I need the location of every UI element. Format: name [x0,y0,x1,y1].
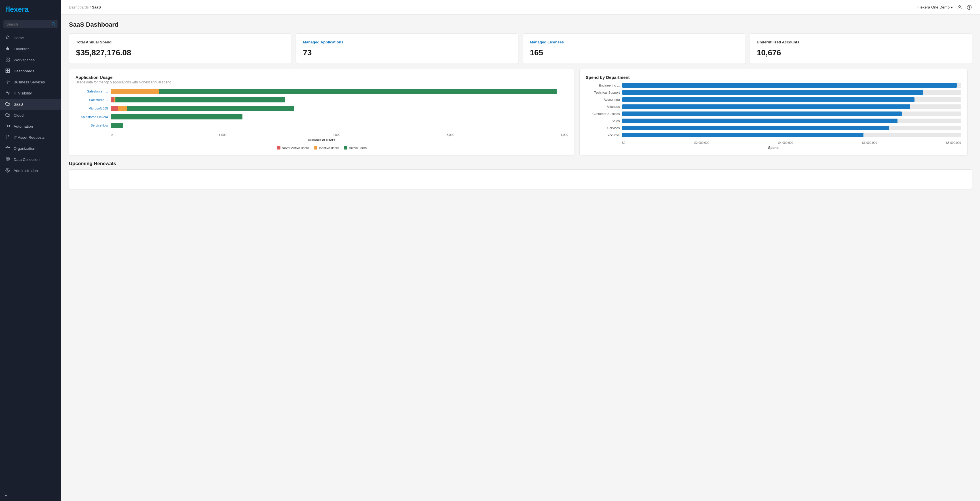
breadcrumb-parent[interactable]: Dashboards [69,5,89,10]
sidebar-item-saas[interactable]: SaaS [0,99,61,110]
sidebar-item-favorites[interactable]: Favorites [0,43,61,54]
stat-card-value-managed-applications: 73 [303,48,511,57]
sidebar-item-label: Administration [14,169,56,173]
legend-label: Active users [349,146,367,150]
dept-bar-label: Alliances [586,105,620,108]
dept-bar-row: Alliances [586,104,961,109]
app-bar-label[interactable]: Salesforce Flexera [75,115,108,118]
search-input[interactable] [3,20,57,29]
dept-bar-label: Services [586,126,620,130]
account-dropdown-icon: ▾ [951,5,953,10]
dept-bar-track [622,126,961,130]
app-bar-row: Salesforce Flexera [75,114,568,120]
account-name: Flexera One Demo [917,5,950,10]
active-bar [111,123,123,128]
dept-bar-label: Engineering ... [586,84,620,87]
app-bar-chart: Salesforce - ... Salesforce ... Microsof… [75,89,568,131]
svg-rect-3 [6,58,7,59]
x-axis-tick: 2,000 [332,133,340,136]
favorites-icon [5,46,10,52]
app-usage-chart: Application Usage Usage data for the top… [69,69,575,156]
user-icon-button[interactable] [957,5,963,10]
dept-bar-fill [622,97,915,102]
sidebar-item-business-services[interactable]: Business Services [0,77,61,88]
renewals-card [69,169,972,189]
svg-rect-10 [8,71,10,73]
sidebar-item-label: Cloud [14,113,56,118]
x-axis-tick: 4,000 [560,133,568,136]
dept-x-tick: $8,000,000 [946,141,961,144]
legend-dot [277,146,280,150]
inactive-bar [118,106,127,111]
app-bar-label[interactable]: Salesforce - ... [75,89,108,93]
app-bar-label[interactable]: Microsoft 365 [75,107,108,110]
dept-bar-fill [622,112,902,116]
sidebar-item-label: Dashboards [14,69,56,73]
x-axis-tick: 3,000 [446,133,454,136]
sidebar-item-automation[interactable]: Automation [0,121,61,132]
svg-rect-8 [8,69,10,70]
dept-bar-track [622,90,961,95]
svg-line-1 [54,25,55,26]
svg-rect-7 [6,69,7,70]
x-axis-tick: 0 [111,133,113,136]
account-menu[interactable]: Flexera One Demo ▾ [917,5,953,10]
stat-card-title-managed-applications[interactable]: Managed Applications [303,40,511,44]
help-icon-button[interactable] [966,5,972,10]
header-actions: Flexera One Demo ▾ [917,5,972,10]
dept-bar-row: Executive [586,133,961,137]
dept-bar-track [622,104,961,109]
sidebar-item-workspaces[interactable]: Workspaces [0,54,61,65]
legend-item: Never Active users [277,146,309,150]
never-active-bar [111,97,114,102]
dept-chart-title: Spend by Department [586,75,961,80]
sidebar-item-label: Favorites [14,47,56,51]
workspaces-icon [5,57,10,63]
dept-bar-row: Engineering ... [586,83,961,88]
svg-rect-5 [6,60,7,61]
dashboards-icon [5,69,10,74]
stat-card-managed-applications: Managed Applications 73 [296,34,518,64]
dept-bar-fill [622,118,897,123]
sidebar-collapse[interactable]: « [0,490,61,501]
dept-bar-fill [622,133,864,137]
breadcrumb-separator: / [90,5,92,10]
sidebar-item-label: IT Asset Requests [14,135,56,140]
stat-card-title-managed-licenses[interactable]: Managed Licenses [530,40,738,44]
svg-rect-6 [8,60,10,61]
legend-dot [344,146,347,150]
dept-x-label: Spend [586,146,961,150]
sidebar-item-data-collection[interactable]: Data Collection [0,154,61,165]
active-bar [115,97,285,102]
sidebar-item-label: Home [14,36,56,40]
stat-card-value-total-annual-spend: $35,827,176.08 [76,48,284,57]
sidebar-item-dashboards[interactable]: Dashboards [0,65,61,77]
dept-bar-track [622,118,961,123]
sidebar-item-label: Data Collection [14,158,56,162]
app-bar-label[interactable]: Salesforce ... [75,98,108,102]
sidebar-item-it-visibility[interactable]: IT Visibility [0,88,61,99]
sidebar-item-cloud[interactable]: Cloud [0,110,61,121]
never-active-bar [111,106,118,111]
stat-card-managed-licenses: Managed Licenses 165 [523,34,745,64]
app-bar-track [111,114,568,120]
app-bar-track [111,89,568,94]
app-bar-label[interactable]: ServiceNow [75,124,108,127]
search-icon[interactable] [51,22,55,27]
svg-rect-14 [7,147,8,147]
stat-card-title-underutilized-accounts: Underutilized Accounts [757,40,965,44]
sidebar-item-administration[interactable]: Administration [0,165,61,176]
search-wrapper [3,20,57,29]
app-x-label: Number of users [75,138,568,142]
stat-card-title-total-annual-spend: Total Annual Spend [76,40,284,44]
dept-x-tick: $6,000,000 [862,141,877,144]
dept-bar-label: Technical Support [586,91,620,94]
svg-point-12 [7,125,8,126]
app-bar-track [111,106,568,111]
sidebar-item-it-asset-requests[interactable]: IT Asset Requests [0,132,61,143]
legend-label: Never Active users [282,146,309,150]
dept-bar-row: Technical Support [586,90,961,95]
sidebar-item-organization[interactable]: Organization [0,143,61,154]
sidebar-item-home[interactable]: Home [0,32,61,43]
active-bar [159,89,557,94]
